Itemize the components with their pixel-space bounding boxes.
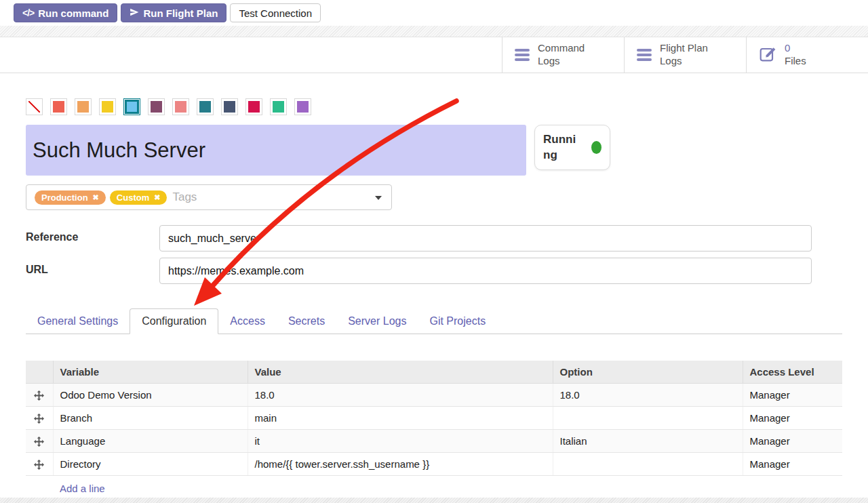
table-row[interactable]: Branch main Manager [26,406,842,429]
color-picker [26,98,842,115]
top-action-bar: </> Run command Run Flight Plan Test Con… [0,0,868,26]
remove-tag-icon[interactable]: ✖ [154,193,160,202]
caret-down-icon[interactable] [375,196,382,200]
color-swatch-magenta[interactable] [245,98,262,115]
flight-plan-logs-label: Flight Plan Logs [660,42,708,68]
tab-server-logs[interactable]: Server Logs [336,309,418,334]
table-row[interactable]: Language it Italian Manager [26,429,842,452]
variable-column-header: Variable [53,361,248,383]
cell-variable[interactable]: Directory [53,452,248,475]
paper-plane-icon [130,7,139,19]
cell-option[interactable] [553,406,743,429]
cell-value[interactable]: 18.0 [248,383,553,406]
color-swatch-light-blue-selected[interactable] [123,98,140,115]
command-logs-label: Command Logs [538,42,585,68]
stat-button-bar: Command Logs Flight Plan Logs 0 Files [0,37,868,73]
tab-access[interactable]: Access [218,309,277,334]
drag-handle-icon[interactable] [26,406,53,429]
command-logs-button[interactable]: Command Logs [502,37,624,73]
bottom-texture-strip [0,498,868,503]
cell-access-level[interactable]: Manager [743,452,842,475]
cell-variable[interactable]: Branch [53,406,248,429]
background-texture-band [0,26,868,37]
tab-general-settings[interactable]: General Settings [26,309,130,334]
server-name-input[interactable]: Such Much Server [26,125,526,176]
tags-placeholder: Tags [172,190,197,204]
table-row[interactable]: Directory /home/{{ tower.server.ssh_user… [26,452,842,475]
reference-input[interactable] [159,225,812,252]
run-flight-plan-button[interactable]: Run Flight Plan [121,3,226,22]
flight-plan-logs-button[interactable]: Flight Plan Logs [624,37,746,73]
url-input[interactable] [159,258,812,284]
remove-tag-icon[interactable]: ✖ [93,193,99,202]
drag-handle-icon[interactable] [26,452,53,475]
tab-git-projects[interactable]: Git Projects [418,309,497,334]
code-icon: </> [22,7,34,18]
cell-value[interactable]: /home/{{ tower.server.ssh_username }} [248,452,553,475]
run-command-label: Run command [38,7,108,19]
tag-custom[interactable]: Custom ✖ [110,190,167,205]
tag-production-label: Production [41,193,88,203]
color-swatch-green[interactable] [270,98,287,115]
tab-secrets[interactable]: Secrets [277,309,336,334]
color-swatch-teal[interactable] [197,98,214,115]
test-connection-label: Test Connection [239,7,312,19]
run-command-button[interactable]: </> Run command [14,3,117,22]
cell-access-level[interactable]: Manager [743,383,842,406]
list-icon [515,49,530,61]
form-content: Such Much Server Running Production ✖ Cu… [0,98,868,501]
cell-option[interactable]: Italian [553,429,743,452]
reference-label: Reference [26,225,159,252]
cell-option[interactable]: 18.0 [553,383,743,406]
notebook-tabs: General Settings Configuration Access Se… [26,308,842,334]
tag-custom-label: Custom [117,193,149,203]
tags-input[interactable]: Production ✖ Custom ✖ Tags [26,184,392,210]
files-count: 0 [785,42,790,54]
status-card: Running [534,125,610,170]
configuration-table: Variable Value Option Access Level Odoo … [26,361,842,476]
color-swatch-yellow[interactable] [99,98,116,115]
cell-access-level[interactable]: Manager [743,429,842,452]
run-flight-plan-label: Run Flight Plan [143,7,218,19]
url-label: URL [26,258,159,284]
files-button[interactable]: 0 Files [746,37,868,73]
value-column-header: Value [248,361,553,383]
handle-column-header [26,361,53,383]
tag-production[interactable]: Production ✖ [35,190,106,205]
files-label: 0 Files [785,42,806,68]
status-dot [591,141,601,154]
table-row[interactable]: Odoo Demo Version 18.0 18.0 Manager [26,383,842,406]
tab-configuration[interactable]: Configuration [130,308,218,334]
test-connection-button[interactable]: Test Connection [230,3,321,22]
color-swatch-red[interactable] [50,98,67,115]
cell-value[interactable]: main [248,406,553,429]
access-level-column-header: Access Level [743,361,842,383]
drag-handle-icon[interactable] [26,383,53,406]
cell-access-level[interactable]: Manager [743,406,842,429]
color-swatch-orange[interactable] [75,98,92,115]
option-column-header: Option [553,361,743,383]
drag-handle-icon[interactable] [26,429,53,452]
edit-icon [759,45,776,65]
add-a-line-link[interactable]: Add a line [26,476,842,501]
color-swatch-purple[interactable] [294,98,311,115]
status-label: Running [543,132,583,162]
color-swatch-dark-blue[interactable] [221,98,238,115]
list-icon [637,49,652,61]
cell-variable[interactable]: Odoo Demo Version [53,383,248,406]
cell-variable[interactable]: Language [53,429,248,452]
color-swatch-salmon[interactable] [172,98,189,115]
color-swatch-dark-purple[interactable] [148,98,165,115]
cell-value[interactable]: it [248,429,553,452]
color-swatch-none[interactable] [26,98,43,115]
cell-option[interactable] [553,452,743,475]
